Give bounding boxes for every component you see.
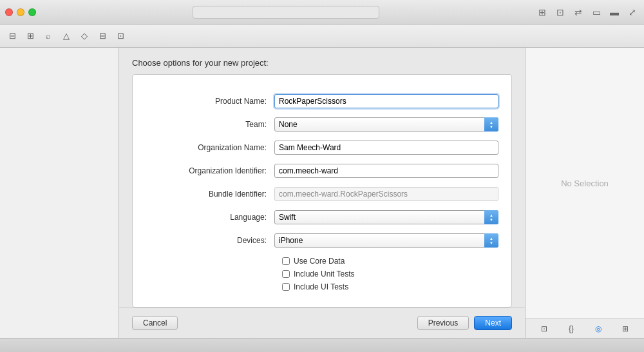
status-bar (0, 338, 644, 352)
close-button[interactable] (5, 8, 13, 16)
nav-buttons: Previous Next (417, 316, 512, 330)
dialog-area: Choose options for your new project: Pro… (119, 48, 525, 338)
checkbox-group: Use Core Data Include Unit Tests Include… (282, 257, 498, 291)
language-select-wrapper: Swift Objective-C (274, 210, 498, 224)
bracket-icon[interactable]: {} (565, 322, 578, 335)
inspector-icon[interactable]: ▭ (590, 6, 603, 19)
team-label: Team: (146, 120, 274, 129)
search-icon[interactable]: ⌕ (41, 29, 55, 43)
devices-select[interactable]: iPhone iPad Universal (274, 233, 498, 248)
bundle-id-row: Bundle Identifier: (146, 187, 498, 201)
minimize-button[interactable] (17, 8, 24, 16)
org-name-row: Organization Name: (146, 141, 498, 155)
title-bar-right: ⊞ ⊡ ⇄ ▭ ▬ ⤢ (536, 6, 639, 19)
dialog-footer: Cancel Previous Next (119, 308, 525, 338)
include-ui-tests-checkbox[interactable] (282, 283, 290, 291)
arrows-icon[interactable]: ⇄ (572, 6, 585, 19)
team-select[interactable]: None (274, 117, 498, 132)
product-name-label: Product Name: (146, 97, 274, 106)
cancel-button[interactable]: Cancel (132, 316, 178, 330)
dialog-box: Product Name: Team: None Organization (132, 74, 512, 308)
previous-button[interactable]: Previous (417, 316, 469, 330)
include-unit-tests-row: Include Unit Tests (282, 269, 498, 279)
layout-icon[interactable]: ▬ (608, 6, 621, 19)
include-unit-tests-label: Include Unit Tests (294, 269, 355, 279)
language-row: Language: Swift Objective-C (146, 210, 498, 224)
devices-row: Devices: iPhone iPad Universal (146, 233, 498, 248)
dialog-header: Choose options for your new project: (119, 48, 525, 74)
title-bar-center (36, 6, 536, 19)
file-icon[interactable]: ⊡ (538, 322, 551, 335)
team-row: Team: None (146, 117, 498, 132)
filter-icon[interactable]: ⊡ (113, 29, 128, 43)
form-area: Product Name: Team: None Organization (133, 75, 511, 307)
main-area: Choose options for your new project: Pro… (0, 48, 644, 338)
org-id-row: Organization Identifier: (146, 164, 498, 178)
no-selection-text: No Selection (561, 179, 609, 188)
org-name-label: Organization Name: (146, 143, 274, 152)
org-id-input[interactable] (274, 164, 498, 178)
bundle-id-input (274, 187, 498, 201)
devices-select-wrapper: iPhone iPad Universal (274, 233, 498, 248)
devices-label: Devices: (146, 236, 274, 245)
include-unit-tests-checkbox[interactable] (282, 270, 290, 278)
navigator-icon[interactable]: ⊡ (554, 6, 567, 19)
bundle-id-label: Bundle Identifier: (146, 190, 274, 199)
title-search-bar[interactable] (193, 6, 379, 19)
use-core-data-label: Use Core Data (294, 257, 345, 266)
right-panel-content: No Selection (526, 48, 644, 318)
left-panel (0, 48, 119, 338)
sidebar-toggle-icon[interactable]: ⊞ (536, 6, 549, 19)
product-name-row: Product Name: (146, 94, 498, 108)
dialog-title: Choose options for your new project: (132, 58, 269, 68)
warning-icon[interactable]: △ (59, 29, 73, 43)
language-select[interactable]: Swift Objective-C (274, 210, 498, 224)
hierarchy-icon[interactable]: ⊞ (23, 29, 37, 43)
circle-icon[interactable]: ◎ (592, 322, 605, 335)
fullscreen-icon[interactable]: ⤢ (626, 6, 639, 19)
bookmark-icon[interactable]: ◇ (77, 29, 91, 43)
include-ui-tests-row: Include UI Tests (282, 282, 498, 291)
title-bar: ⊞ ⊡ ⇄ ▭ ▬ ⤢ (0, 0, 644, 24)
right-panel: No Selection ⊡ {} ◎ ⊞ (525, 48, 644, 338)
grid2-icon[interactable]: ⊞ (619, 322, 632, 335)
include-ui-tests-label: Include UI Tests (294, 282, 348, 291)
traffic-lights (5, 8, 36, 16)
language-label: Language: (146, 213, 274, 222)
right-panel-icons: ⊡ {} ◎ ⊞ (526, 318, 644, 338)
product-name-input[interactable] (274, 94, 498, 108)
maximize-button[interactable] (28, 8, 36, 16)
toolbar: ⊟ ⊞ ⌕ △ ◇ ⊟ ⊡ (0, 24, 644, 48)
org-id-label: Organization Identifier: (146, 166, 274, 175)
grid-icon[interactable]: ⊟ (95, 29, 109, 43)
use-core-data-checkbox[interactable] (282, 257, 290, 265)
next-button[interactable]: Next (474, 316, 512, 330)
team-select-wrapper: None (274, 117, 498, 132)
use-core-data-row: Use Core Data (282, 257, 498, 266)
org-name-input[interactable] (274, 141, 498, 155)
folder-icon[interactable]: ⊟ (5, 29, 19, 43)
